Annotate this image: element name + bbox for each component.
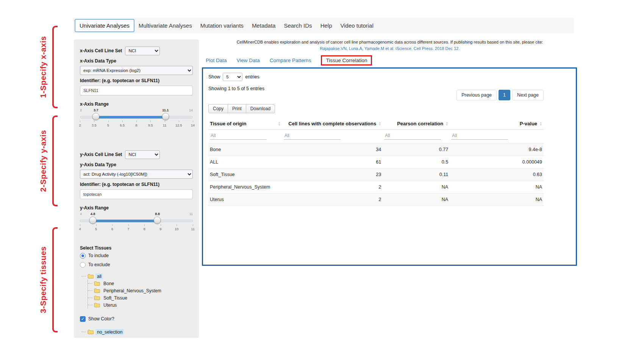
step2-bracket [52, 115, 58, 206]
column-label: P-value [520, 121, 537, 126]
page: 1-Specify x-axis 2-Specify y-axis 3-Spec… [0, 0, 644, 362]
step3-label: 3-Specify tissues [39, 247, 48, 314]
tick-label: 12.5 [175, 123, 182, 127]
y-data-type-label: y-Axis Data Type [80, 162, 193, 167]
folder-icon [88, 329, 94, 334]
y-range-slider[interactable]: 4 11 4.8 8.8 4 5 6 7 [80, 212, 193, 232]
filter-input-cell-lines[interactable] [284, 132, 341, 140]
show-color-row: ✓ Show Color? [80, 315, 193, 323]
y-range-handle-to[interactable] [154, 217, 161, 224]
folder-icon [94, 295, 100, 300]
x-range-handle-to[interactable] [162, 113, 169, 120]
tree-item-soft-tissue-label: Soft_Tissue [102, 295, 129, 301]
tree-item-no-selection[interactable]: no_selection [81, 328, 193, 335]
y-range-max-label: 11 [189, 212, 193, 216]
nav-tab-univariate-analyses[interactable]: Univariate Analyses [75, 19, 134, 32]
tab-compare-patterns[interactable]: Compare Patterns [270, 58, 311, 63]
tick-label: 6 [111, 227, 113, 231]
tick-label: 5 [107, 123, 109, 127]
tree-connector [88, 283, 92, 284]
cell-tissue: Uterus [208, 193, 282, 206]
tick-mark [96, 224, 97, 226]
select-tissues-title: Select Tissues [80, 245, 193, 251]
cell-observations: 23 [282, 169, 383, 181]
cell-observations: 2 [282, 181, 383, 193]
tab-tissue-correlation[interactable]: Tissue Correlation [321, 55, 372, 66]
tree-item-peripheral-nervous-system[interactable]: Peripheral_Nervous_System [88, 287, 193, 294]
show-color-checkbox[interactable]: ✓ [80, 316, 86, 322]
y-range-selected-bar [93, 220, 157, 222]
nav-tab-multivariate-analyses[interactable]: Multivariate Analyses [134, 20, 196, 31]
tab-view-data[interactable]: View Data [237, 58, 260, 63]
results-panel: Show 5 entries Showing 1 to 5 of 5 entri… [202, 67, 577, 266]
tree-connector [88, 290, 92, 291]
nav-tab-mutation-variants[interactable]: Mutation variants [196, 20, 248, 31]
sort-icon: ▲▼ [539, 122, 542, 126]
tick-label: 11 [191, 227, 194, 231]
cell-pearson: 0.5 [383, 156, 450, 169]
x-identifier-label: Identifier: (e.g. topotecan or SLFN11) [80, 78, 193, 83]
page-length-select[interactable]: 5 [223, 73, 242, 81]
filter-input-tissue-of-origin[interactable] [210, 132, 267, 140]
show-color-label: Show Color? [88, 316, 114, 321]
filter-input-pearson-correlation[interactable] [384, 132, 441, 140]
main-nav: Univariate Analyses Multivariate Analyse… [73, 18, 574, 33]
next-page-button[interactable]: Next page [512, 90, 544, 100]
include-radio-label: To include [88, 253, 109, 258]
filter-row [208, 130, 544, 144]
x-range-handle-from[interactable] [92, 113, 100, 120]
download-button[interactable]: Download [246, 104, 275, 113]
tick-label: 9.5 [148, 123, 153, 127]
citation-link[interactable]: Rajapakse.VN, Luna.A, Yamade.M et al. iS… [205, 45, 575, 52]
tick-label: 5 [95, 227, 97, 231]
tree-item-soft-tissue[interactable]: Soft_Tissue [88, 294, 193, 301]
column-header-tissue-of-origin[interactable]: Tissue of origin ▲▼ [208, 118, 282, 130]
previous-page-button[interactable]: Previous page [456, 90, 497, 100]
exclude-radio[interactable] [80, 262, 86, 268]
column-label: Cell lines with complete observations [288, 121, 376, 126]
y-range-handle-from[interactable] [89, 217, 96, 224]
x-range-slider[interactable]: 2 14 3.7 11.1 2 3.5 5 [80, 108, 193, 128]
nav-tab-video-tutorial[interactable]: Video tutorial [336, 20, 377, 31]
tree-item-bone[interactable]: Bone [88, 280, 193, 287]
y-identifier-input[interactable] [80, 189, 193, 199]
copy-button[interactable]: Copy [208, 104, 228, 113]
nav-tab-metadata[interactable]: Metadata [248, 20, 280, 31]
tree-connector [88, 305, 92, 305]
filter-input-p-value[interactable] [451, 132, 508, 140]
y-cell-line-set-select[interactable]: NCI [125, 150, 160, 159]
y-range-to-value: 8.8 [155, 212, 160, 216]
include-radio-row: To include [80, 251, 193, 260]
nav-tab-help[interactable]: Help [316, 20, 336, 31]
cell-observations: 2 [282, 193, 383, 206]
exclude-radio-label: To exclude [88, 262, 110, 267]
column-header-pearson-correlation[interactable]: Pearson correlation ▲▼ [383, 118, 450, 130]
folder-icon [94, 303, 100, 307]
tree-item-all[interactable]: all [81, 273, 193, 280]
cell-tissue: Bone [208, 144, 282, 156]
table-row: Bone 34 0.77 9.4e-8 [208, 144, 544, 156]
show-entries-control: Show 5 entries [208, 72, 571, 81]
include-radio[interactable] [80, 253, 86, 259]
page-1-button[interactable]: 1 [499, 90, 510, 100]
x-range-min-label: 2 [80, 108, 82, 112]
column-header-cell-lines[interactable]: Cell lines with complete observations ▲▼ [282, 118, 383, 130]
column-label: Tissue of origin [210, 121, 247, 126]
tick-label: 11 [163, 123, 166, 127]
header-row: Tissue of origin ▲▼ Cell lines with comp… [208, 118, 544, 130]
x-identifier-input[interactable] [80, 86, 193, 95]
y-range-tick-marks [80, 224, 193, 226]
tab-plot-data[interactable]: Plot Data [206, 58, 227, 63]
folder-icon [94, 281, 100, 286]
y-data-type-select[interactable]: act: Drug Activity (-log10[IC50M]) [80, 170, 193, 179]
x-data-type-select[interactable]: exp: mRNA Expression (log2) [80, 66, 193, 75]
tree-item-uterus[interactable]: Uterus [88, 301, 193, 309]
tick-label: 8 [144, 227, 145, 231]
y-range-min-label: 4 [80, 212, 82, 216]
print-button[interactable]: Print [228, 104, 246, 113]
nav-tab-search-ids[interactable]: Search IDs [280, 20, 316, 31]
column-header-p-value[interactable]: P-value ▲▼ [450, 118, 544, 130]
tree-item-uterus-label: Uterus [102, 302, 118, 308]
cell-pvalue: 0.63 [450, 169, 544, 181]
x-cell-line-set-select[interactable]: NCI [125, 47, 160, 55]
